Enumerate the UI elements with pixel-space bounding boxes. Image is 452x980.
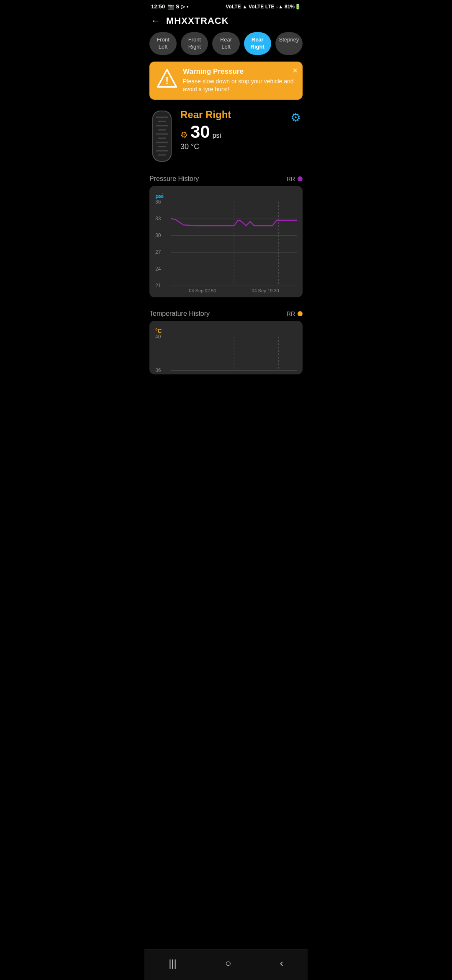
app-header: ← MHXXTRACK bbox=[144, 11, 308, 32]
pressure-history-legend: RR bbox=[287, 175, 303, 182]
y-label-36: 36 bbox=[155, 199, 161, 205]
warning-banner: ! Warning Pressure Please slow down or s… bbox=[149, 62, 303, 100]
temperature-history-label: Temperature History bbox=[149, 310, 210, 317]
tab-front-right[interactable]: FrontRight bbox=[181, 32, 208, 55]
pressure-value: 30 bbox=[190, 123, 210, 141]
grid-line-21 bbox=[171, 286, 297, 286]
tab-rear-left[interactable]: RearLeft bbox=[212, 32, 239, 55]
pressure-icon: ⚙ bbox=[180, 130, 188, 140]
warning-icon: ! bbox=[156, 67, 178, 89]
pressure-history-header: Pressure History RR bbox=[144, 169, 308, 186]
temperature-history-legend: RR bbox=[287, 310, 303, 317]
temp-grid-36 bbox=[171, 370, 297, 371]
x-label-1: 04 Sep 02:50 bbox=[189, 288, 216, 293]
y-label-27: 27 bbox=[155, 249, 161, 255]
pressure-legend-dot bbox=[298, 176, 303, 181]
warning-body: Please slow down or stop your vehicle an… bbox=[183, 77, 296, 94]
pressure-history-label: Pressure History bbox=[149, 175, 199, 183]
x-label-2: 04 Sep 19:30 bbox=[252, 288, 279, 293]
tire-details: Rear Right ⚙ 30 psi 30 °C bbox=[180, 109, 283, 151]
y-label-21: 21 bbox=[155, 283, 161, 289]
svg-text:!: ! bbox=[165, 75, 169, 86]
temp-y-label-40: 40 bbox=[155, 334, 161, 340]
warning-title: Warning Pressure bbox=[183, 67, 296, 76]
pressure-chart-svg bbox=[171, 202, 297, 286]
status-icons: 📷 S ▷ • bbox=[167, 3, 188, 10]
status-left: 12:50 📷 S ▷ • bbox=[151, 3, 188, 10]
temperature-legend-text: RR bbox=[287, 310, 295, 317]
status-bar: 12:50 📷 S ▷ • VoLTE ▲ VoLTE LTE ↓▲ 81%🔋 bbox=[144, 0, 308, 11]
app-title: MHXXTRACK bbox=[166, 15, 229, 26]
warning-text-block: Warning Pressure Please slow down or sto… bbox=[183, 67, 296, 94]
warning-close-button[interactable]: × bbox=[293, 66, 298, 75]
tab-stepney[interactable]: Stepney bbox=[275, 32, 303, 55]
signal-icons: VoLTE ▲ VoLTE LTE ↓▲ 81%🔋 bbox=[226, 4, 301, 10]
y-label-24: 24 bbox=[155, 266, 161, 272]
temperature-chart-svg bbox=[171, 337, 297, 370]
pressure-chart-container: psi 36 33 30 27 24 21 bbox=[149, 186, 303, 297]
settings-gear-button[interactable]: ⚙ bbox=[289, 109, 303, 126]
pressure-legend-text: RR bbox=[287, 175, 295, 182]
tire-name: Rear Right bbox=[180, 109, 283, 121]
y-label-30: 30 bbox=[155, 232, 161, 238]
pressure-axis-label: psi bbox=[155, 193, 297, 199]
status-right: VoLTE ▲ VoLTE LTE ↓▲ 81%🔋 bbox=[226, 4, 301, 10]
time: 12:50 bbox=[151, 3, 165, 10]
temperature-chart-area: 40 36 bbox=[155, 337, 297, 370]
pressure-x-labels: 04 Sep 02:50 04 Sep 19:30 bbox=[155, 286, 297, 293]
tire-temperature: 30 °C bbox=[180, 142, 283, 151]
y-label-33: 33 bbox=[155, 216, 161, 222]
tire-graphic bbox=[149, 109, 175, 165]
back-button[interactable]: ← bbox=[151, 15, 160, 26]
tire-pressure-row: ⚙ 30 psi bbox=[180, 123, 283, 141]
svg-rect-2 bbox=[153, 111, 171, 161]
tab-row: FrontLeft FrontRight RearLeft RearRight … bbox=[144, 32, 308, 62]
temperature-axis-label: °C bbox=[155, 328, 297, 334]
temperature-chart-container: °C 40 36 bbox=[149, 321, 303, 374]
pressure-unit: psi bbox=[213, 132, 221, 139]
temperature-history-header: Temperature History RR bbox=[144, 304, 308, 321]
pressure-chart-area: 36 33 30 27 24 21 bbox=[155, 202, 297, 286]
tab-rear-right[interactable]: RearRight bbox=[244, 32, 271, 55]
temp-y-label-36: 36 bbox=[155, 367, 161, 373]
tab-front-left[interactable]: FrontLeft bbox=[149, 32, 177, 55]
temperature-legend-dot bbox=[298, 311, 303, 316]
